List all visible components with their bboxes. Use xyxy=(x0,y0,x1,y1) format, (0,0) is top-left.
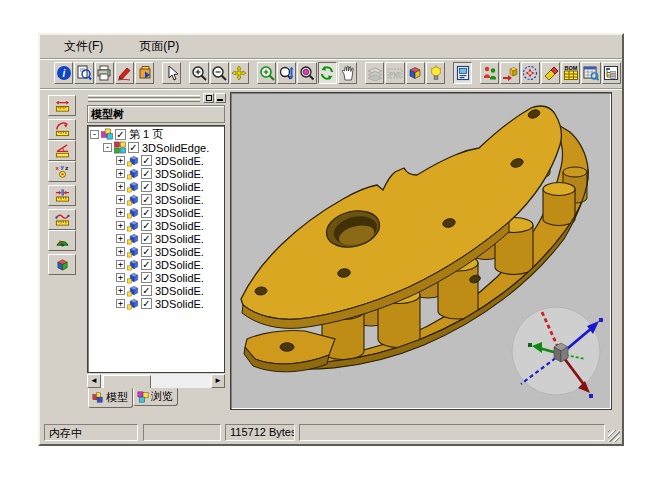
panel-gripper[interactable] xyxy=(86,92,226,104)
collaborate-icon xyxy=(482,65,498,81)
visibility-checkbox[interactable]: ✓ xyxy=(141,207,152,218)
collapse-icon[interactable]: - xyxy=(90,130,99,139)
pmi-button[interactable]: PMI xyxy=(385,62,404,84)
tree-item[interactable]: -✓第 1 页 xyxy=(88,128,224,141)
measure-radius-button[interactable] xyxy=(48,119,76,140)
tree-item[interactable]: +✓3DSolidE. xyxy=(88,193,224,206)
tree-item[interactable]: +✓3DSolidE. xyxy=(88,284,224,297)
visibility-checkbox[interactable]: ✓ xyxy=(141,246,152,257)
menu-file[interactable]: 文件(F) xyxy=(60,36,107,57)
tree-item[interactable]: +✓3DSolidE. xyxy=(88,154,224,167)
measure-angle-button[interactable] xyxy=(48,140,76,161)
visibility-checkbox[interactable]: ✓ xyxy=(141,168,152,179)
visibility-checkbox[interactable]: ✓ xyxy=(141,259,152,270)
tab-browse[interactable]: 浏览 xyxy=(133,388,178,406)
tree-item[interactable]: -✓3DSolidEdge. xyxy=(88,141,224,154)
insert-model-button[interactable] xyxy=(500,62,519,84)
measure-length-button[interactable] xyxy=(48,95,76,116)
zoom-dynamic-button[interactable] xyxy=(277,62,296,84)
part-node-icon xyxy=(126,232,140,245)
expand-icon[interactable]: + xyxy=(116,299,125,308)
select-button[interactable] xyxy=(162,62,181,84)
layers-button[interactable] xyxy=(365,62,384,84)
zoom-out-button[interactable] xyxy=(210,62,229,84)
tree-item[interactable]: +✓3DSolidE. xyxy=(88,180,224,193)
panel-float-button[interactable] xyxy=(203,93,214,103)
expand-icon[interactable]: + xyxy=(116,195,125,204)
expand-icon[interactable]: + xyxy=(116,286,125,295)
visibility-checkbox[interactable]: ✓ xyxy=(141,220,152,231)
orientation-ball[interactable] xyxy=(512,307,603,398)
scroll-track[interactable] xyxy=(151,374,211,388)
views-cube-icon xyxy=(407,65,423,81)
info-button[interactable]: i xyxy=(54,62,73,84)
expand-icon[interactable]: + xyxy=(116,260,125,269)
hand-pan-button[interactable] xyxy=(338,62,357,84)
toolbar-separator xyxy=(182,62,189,84)
model-canvas[interactable] xyxy=(230,92,612,410)
tree-item[interactable]: +✓3DSolidE. xyxy=(88,219,224,232)
scroll-thumb[interactable] xyxy=(103,375,151,389)
expand-icon[interactable]: + xyxy=(116,182,125,191)
expand-icon[interactable]: + xyxy=(116,208,125,217)
visibility-checkbox[interactable]: ✓ xyxy=(141,285,152,296)
measure-area-button[interactable] xyxy=(48,230,76,251)
measure-gap-button[interactable] xyxy=(48,185,76,206)
visibility-checkbox[interactable]: ✓ xyxy=(141,233,152,244)
light-button[interactable] xyxy=(426,62,445,84)
expand-icon[interactable]: + xyxy=(116,247,125,256)
panel-hide-button[interactable] xyxy=(215,93,226,103)
layers-icon xyxy=(367,65,383,81)
menu-page[interactable]: 页面(P) xyxy=(135,36,183,57)
tree-item[interactable]: +✓3DSolidE. xyxy=(88,258,224,271)
visibility-checkbox[interactable]: ✓ xyxy=(141,181,152,192)
scroll-left-button[interactable]: ◄ xyxy=(87,374,101,388)
collaborate-button[interactable] xyxy=(480,62,499,84)
notebook-button[interactable] xyxy=(453,62,472,84)
pan-button[interactable] xyxy=(230,62,249,84)
tree-item[interactable]: +✓3DSolidE. xyxy=(88,297,224,310)
visibility-checkbox[interactable]: ✓ xyxy=(141,272,152,283)
expand-icon[interactable]: + xyxy=(116,169,125,178)
print-preview-button[interactable] xyxy=(74,62,93,84)
print-button[interactable] xyxy=(95,62,114,84)
collapse-icon[interactable]: - xyxy=(103,143,112,152)
report-table-button[interactable] xyxy=(581,62,600,84)
part-node-icon xyxy=(126,154,140,167)
measure-curve-button[interactable] xyxy=(48,209,76,230)
menu-bar: 文件(F) 页面(P) xyxy=(40,36,622,57)
visibility-checkbox[interactable]: ✓ xyxy=(141,298,152,309)
visibility-checkbox[interactable]: ✓ xyxy=(115,129,126,140)
expand-icon[interactable]: + xyxy=(116,156,125,165)
tab-model[interactable]: 模型 xyxy=(88,388,133,408)
measure-volume-button[interactable] xyxy=(48,254,76,275)
measure-coordinate-button[interactable]: xyz xyxy=(48,161,76,182)
tree-item[interactable]: +✓3DSolidE. xyxy=(88,271,224,284)
eraser-button[interactable] xyxy=(541,62,560,84)
tree-item-label: 3DSolidE. xyxy=(155,272,204,284)
zoom-in-button[interactable] xyxy=(189,62,208,84)
panel-tabs: 模型 浏览 xyxy=(86,388,226,408)
tree-item[interactable]: +✓3DSolidE. xyxy=(88,245,224,258)
bom-button[interactable]: BOM xyxy=(561,62,580,84)
resize-grip[interactable] xyxy=(608,430,620,442)
zoom-window-button[interactable] xyxy=(257,62,276,84)
markup-pen-button[interactable] xyxy=(115,62,134,84)
explode-button[interactable] xyxy=(521,62,540,84)
views-cube-button[interactable] xyxy=(406,62,425,84)
visibility-checkbox[interactable]: ✓ xyxy=(128,142,139,153)
tree-view-button[interactable] xyxy=(602,62,621,84)
tree-item[interactable]: +✓3DSolidE. xyxy=(88,232,224,245)
tree-item[interactable]: +✓3DSolidE. xyxy=(88,167,224,180)
scroll-right-button[interactable]: ► xyxy=(211,374,225,388)
expand-icon[interactable]: + xyxy=(116,234,125,243)
model-tree-panel: 模型树 -✓第 1 页-✓3DSolidEdge.+✓3DSolidE.+✓3D… xyxy=(86,92,226,408)
expand-icon[interactable]: + xyxy=(116,273,125,282)
orbit-button[interactable] xyxy=(297,62,316,84)
expand-icon[interactable]: + xyxy=(116,221,125,230)
export-page-button[interactable] xyxy=(135,62,154,84)
visibility-checkbox[interactable]: ✓ xyxy=(141,155,152,166)
visibility-checkbox[interactable]: ✓ xyxy=(141,194,152,205)
tree-item[interactable]: +✓3DSolidE. xyxy=(88,206,224,219)
rotate-button[interactable] xyxy=(318,62,337,84)
